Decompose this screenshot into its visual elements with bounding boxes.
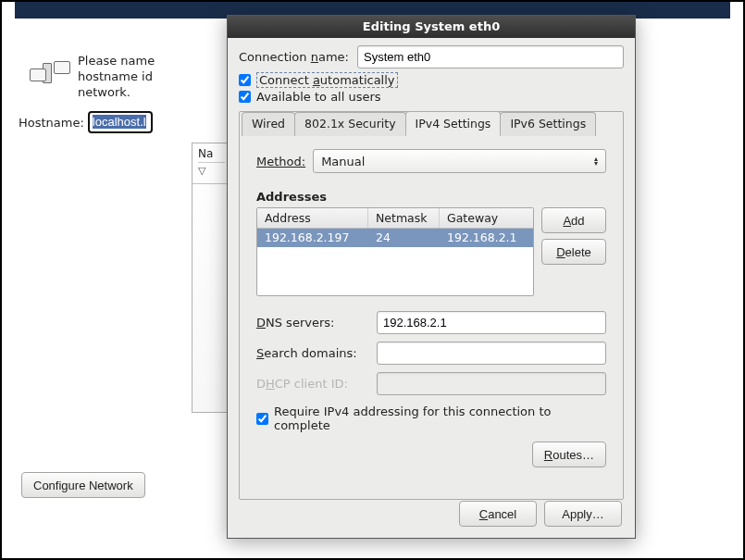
text-line: Please name — [78, 54, 155, 68]
cancel-button[interactable]: Cancel — [459, 501, 537, 527]
require-ipv4-label: Require IPv4 addressing for this connect… — [274, 404, 606, 432]
select-updown-icon: ▴▾ — [594, 156, 598, 166]
available-all-users-checkbox[interactable] — [239, 91, 251, 103]
edit-connection-dialog: Editing System eth0 Connection name: Con… — [227, 15, 636, 539]
method-value: Manual — [321, 155, 365, 168]
cell-netmask: 24 — [368, 229, 440, 247]
addresses-table[interactable]: Address Netmask Gateway 192.168.2.197 24… — [256, 207, 534, 296]
connect-automatically-label: Connect automatically — [256, 72, 398, 88]
connect-automatically-checkbox[interactable] — [239, 74, 251, 86]
tab-ipv4[interactable]: IPv4 Settings — [405, 111, 502, 135]
cell-gateway: 192.168.2.1 — [440, 229, 533, 247]
delete-address-button[interactable]: Delete — [541, 239, 606, 265]
dns-servers-label: DNS servers: — [256, 316, 373, 330]
text-line: network. — [78, 85, 130, 99]
installer-instructions: Please name hostname id network. — [78, 54, 207, 101]
address-row-selected[interactable]: 192.168.2.197 24 192.168.2.1 — [257, 229, 533, 247]
list-sort-icon: ▽ — [198, 165, 225, 177]
method-label: Method: — [256, 155, 305, 168]
dialog-title: Editing System eth0 — [228, 16, 635, 38]
tab-wired[interactable]: Wired — [242, 112, 295, 136]
hostname-input[interactable] — [88, 111, 153, 133]
require-ipv4-checkbox[interactable] — [256, 413, 268, 425]
tab-8021x[interactable]: 802.1x Security — [294, 112, 406, 136]
dhcp-client-id-label: DHCP client ID: — [256, 377, 373, 391]
apply-button[interactable]: Apply… — [544, 501, 622, 527]
add-address-button[interactable]: Add — [541, 207, 606, 233]
method-select[interactable]: Manual ▴▾ — [313, 149, 606, 173]
ipv4-tab-content: Method: Manual ▴▾ Addresses Address Netm… — [240, 136, 623, 480]
col-gateway[interactable]: Gateway — [440, 208, 533, 228]
connection-name-label: Connection name: — [239, 50, 357, 64]
hostname-label: Hostname: — [19, 116, 84, 130]
tab-ipv6[interactable]: IPv6 Settings — [500, 112, 596, 136]
col-address[interactable]: Address — [257, 208, 368, 228]
settings-tabs: Wired 802.1x Security IPv4 Settings IPv6… — [239, 111, 624, 500]
search-domains-label: Search domains: — [256, 346, 373, 360]
network-hosts-icon — [30, 57, 68, 91]
cell-address: 192.168.2.197 — [257, 229, 368, 247]
list-header: Na — [198, 147, 225, 163]
dhcp-client-id-input — [377, 372, 606, 395]
addresses-heading: Addresses — [256, 190, 606, 204]
routes-button[interactable]: Routes… — [532, 442, 606, 467]
dns-servers-input[interactable] — [377, 311, 606, 334]
available-all-users-label: Available to all users — [256, 90, 381, 104]
connection-name-input[interactable] — [357, 45, 624, 68]
text-line: hostname id — [78, 69, 153, 83]
installer-window: Please name hostname id network. Hostnam… — [0, 0, 745, 560]
col-netmask[interactable]: Netmask — [368, 208, 440, 228]
search-domains-input[interactable] — [377, 342, 606, 365]
configure-network-button[interactable]: Configure Network — [21, 472, 145, 498]
background-list-fragment: Na ▽ — [192, 143, 230, 413]
